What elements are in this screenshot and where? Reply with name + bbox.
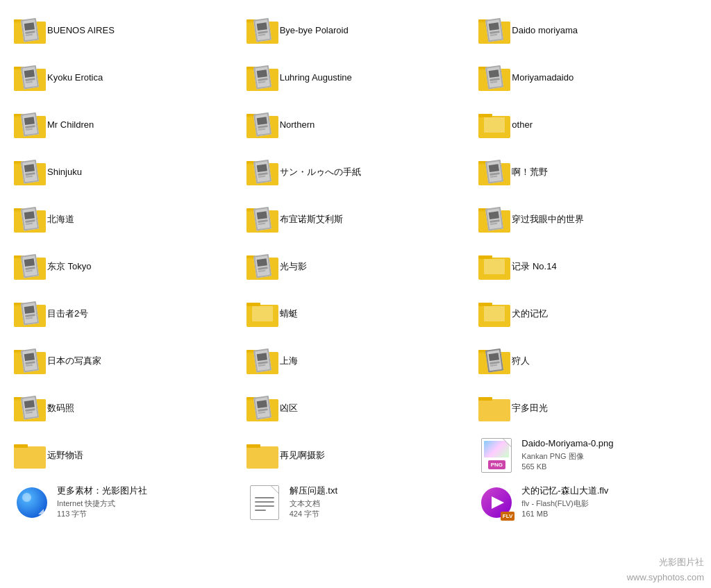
svg-rect-74 — [484, 117, 505, 133]
file-meta: Kankan PNG 图像565 KB — [521, 451, 697, 473]
file-name: 目击者2号 — [47, 308, 233, 320]
list-item[interactable]: Luhring Augustine — [240, 54, 472, 101]
list-item[interactable]: Bye-bye Polaroid — [240, 7, 472, 54]
folder-photo-icon — [246, 252, 280, 281]
svg-rect-189 — [489, 353, 499, 361]
list-item[interactable]: Northern — [240, 101, 472, 149]
file-grid: BUENOS AIRES Bye-bye Polaroid — [0, 0, 711, 533]
list-item[interactable]: 东京 Tokyo — [7, 243, 240, 290]
file-info: Bye-bye Polaroid — [280, 25, 465, 37]
file-name: 上海 — [280, 355, 465, 367]
list-item[interactable]: 解压问题.txt 文本文档424 字节 — [240, 479, 472, 526]
file-name: 光与影 — [280, 261, 465, 273]
list-item[interactable]: other — [471, 101, 704, 149]
flv-file-icon: FLV — [478, 485, 515, 521]
folder-photo-icon — [14, 16, 47, 45]
list-item[interactable]: 蜻蜓 — [240, 290, 472, 337]
list-item[interactable]: 宇多田光 — [471, 385, 704, 432]
svg-rect-210 — [478, 399, 510, 421]
list-item[interactable]: Moriyamadaido — [471, 54, 704, 101]
list-item[interactable]: 记录 No.14 — [471, 243, 704, 290]
list-item[interactable]: 更多素材：光影图片社 Internet 快捷方式113 字节 — [7, 479, 240, 526]
svg-rect-108 — [24, 211, 35, 219]
folder-photo-dark-icon — [478, 346, 512, 376]
file-name: 记录 No.14 — [512, 261, 697, 273]
folder-photo-icon — [478, 158, 512, 187]
file-info: 解压问题.txt 文本文档424 字节 — [290, 485, 465, 520]
file-info: 上海 — [280, 355, 465, 367]
folder-photo-icon — [14, 63, 47, 92]
folder-photo-icon — [14, 394, 47, 423]
list-item[interactable]: 北海道 — [7, 196, 240, 243]
file-name: Daido-Moriyama-0.png — [521, 438, 697, 450]
list-item[interactable]: 日本の写真家 — [7, 337, 240, 385]
file-name: 蜻蜓 — [280, 308, 465, 320]
file-info: 再见啊摄影 — [280, 450, 465, 462]
list-item[interactable]: 远野物语 — [7, 432, 240, 479]
file-info: 犬的记忆-森山大道.flv flv - Flash(FLV)电影161 MB — [521, 485, 697, 520]
file-info: Kyoku Erotica — [47, 72, 233, 84]
list-item[interactable]: 上海 — [240, 337, 472, 385]
list-item[interactable]: 光与影 — [240, 243, 472, 290]
svg-rect-42 — [256, 69, 267, 78]
file-name: 犬的记忆-森山大道.flv — [521, 485, 697, 497]
list-item[interactable]: 啊！荒野 — [471, 149, 704, 196]
svg-rect-90 — [256, 164, 267, 172]
list-item[interactable]: 数码照 — [7, 385, 240, 432]
file-info: Daido moriyama — [512, 25, 697, 37]
svg-rect-215 — [246, 444, 260, 448]
file-info: 布宜诺斯艾利斯 — [280, 214, 465, 226]
list-item[interactable]: Daido moriyama — [471, 7, 704, 54]
file-name: Daido moriyama — [512, 25, 697, 37]
file-meta: 文本文档424 字节 — [290, 498, 465, 520]
svg-rect-160 — [246, 303, 260, 306]
svg-rect-161 — [252, 306, 273, 321]
list-item[interactable]: 犬的记忆 — [471, 290, 704, 337]
file-name: 宇多田光 — [512, 403, 697, 414]
list-item[interactable]: Shinjuku — [7, 149, 240, 196]
file-name: Mr Children — [47, 119, 233, 131]
folder-photo-icon — [478, 16, 512, 45]
file-info: Mr Children — [47, 119, 233, 131]
file-info: Northern — [280, 119, 465, 131]
list-item[interactable]: 再见啊摄影 — [240, 432, 472, 479]
file-info: Shinjuku — [47, 167, 233, 178]
list-item[interactable]: 凶区 — [240, 385, 472, 432]
file-meta: flv - Flash(FLV)电影161 MB — [521, 498, 697, 520]
list-item[interactable]: Kyoku Erotica — [7, 54, 240, 101]
file-meta: Internet 快捷方式113 字节 — [57, 498, 233, 520]
svg-rect-180 — [256, 353, 267, 361]
list-item[interactable]: サン・ルゥへの手紙 — [240, 149, 472, 196]
folder-photo-icon — [14, 299, 47, 328]
folder-photo-icon — [478, 63, 512, 92]
folder-light-icon — [478, 252, 512, 281]
file-name: Kyoku Erotica — [47, 72, 233, 84]
svg-rect-163 — [478, 303, 492, 306]
folder-empty-icon — [246, 441, 280, 470]
file-name: 啊！荒野 — [512, 167, 697, 178]
file-info: Moriyamadaido — [512, 72, 697, 84]
folder-photo-icon — [14, 346, 47, 376]
list-item[interactable]: PNG Daido-Moriyama-0.png Kankan PNG 图像56… — [471, 432, 704, 479]
file-name: Northern — [280, 119, 465, 131]
list-item[interactable]: 穿过我眼中的世界 — [471, 196, 704, 243]
svg-rect-99 — [489, 164, 499, 172]
svg-rect-81 — [24, 164, 35, 172]
list-item[interactable]: 狩人 — [471, 337, 704, 385]
file-info: 犬的记忆 — [512, 308, 697, 320]
svg-rect-60 — [24, 117, 35, 125]
list-item[interactable]: FLV 犬的记忆-森山大道.flv flv - Flash(FLV)电影161 … — [471, 479, 704, 526]
file-name: Luhring Augustine — [280, 72, 465, 84]
list-item[interactable]: BUENOS AIRES — [7, 7, 240, 54]
file-name: 远野物语 — [47, 450, 233, 462]
file-info: 北海道 — [47, 214, 233, 226]
list-item[interactable]: 目击者2号 — [7, 290, 240, 337]
list-item[interactable]: Mr Children — [7, 101, 240, 149]
list-item[interactable]: 布宜诺斯艾利斯 — [240, 196, 472, 243]
svg-rect-24 — [489, 22, 499, 31]
txt-file-icon — [246, 485, 283, 521]
file-name: Bye-bye Polaroid — [280, 25, 465, 37]
folder-photo-icon — [246, 394, 280, 423]
folder-photo-icon — [246, 16, 280, 45]
svg-rect-148 — [478, 255, 492, 259]
